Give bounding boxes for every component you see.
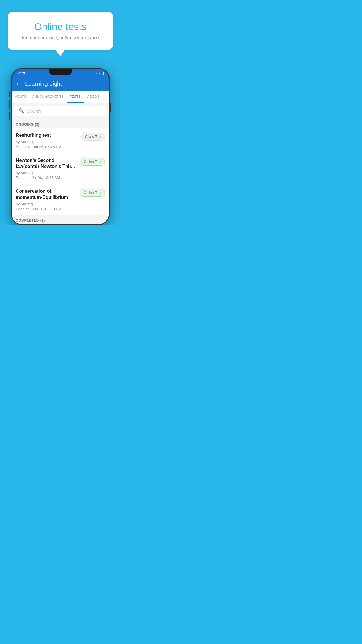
- test-item-info: Newton's Second law(contd)-Newton's Thir…: [16, 158, 77, 180]
- search-placeholder: Search: [27, 108, 41, 113]
- test-item-title: Newton's Second law(contd)-Newton's Thir…: [16, 158, 77, 170]
- search-container: 🔍 Search: [12, 103, 109, 119]
- status-icons: ▾ ▲ ▮: [95, 71, 104, 75]
- badge-class-test: Class Test: [81, 133, 105, 141]
- test-item[interactable]: Conservation of momentum-Equilibrium by …: [12, 184, 109, 215]
- date-label: Ends at: [16, 176, 29, 180]
- tabs-bar: MENTS ANNOUNCEMENTS TESTS VIDEOS: [12, 91, 109, 103]
- phone-mockup: 14:29 ▾ ▲ ▮ ← Learning Light MENTS ANNOU…: [11, 68, 110, 225]
- app-header: ← Learning Light: [12, 77, 109, 91]
- completed-section-header: COMPLETED (1): [12, 216, 109, 224]
- date-value: Jul 06, 10:45 AM: [32, 176, 60, 180]
- test-item[interactable]: Reshuffling test by Anurag Starts at Jul…: [12, 128, 109, 153]
- content-area: ONGOING (3) Reshuffling test by Anurag S…: [12, 119, 109, 224]
- promo-title: Online tests: [17, 21, 104, 32]
- test-item-title: Conservation of momentum-Equilibrium: [16, 188, 77, 201]
- bubble-arrow: [56, 50, 65, 56]
- date-value: Jul 05, 05:45 PM: [33, 145, 61, 149]
- search-icon: 🔍: [19, 108, 24, 114]
- test-item-info: Conservation of momentum-Equilibrium by …: [16, 188, 77, 211]
- test-item-by: by Anurag: [16, 202, 77, 206]
- test-item-by: by Anurag: [16, 140, 78, 144]
- promo-subtitle: for more practice, better performance: [17, 35, 104, 41]
- status-bar: 14:29 ▾ ▲ ▮: [12, 69, 109, 77]
- date-value: Jun 10, 06:00 PM: [32, 207, 61, 211]
- tab-tests[interactable]: TESTS: [67, 91, 84, 103]
- ongoing-section-header: ONGOING (3): [12, 119, 109, 128]
- status-time: 14:29: [16, 71, 25, 75]
- date-label: Ends at: [16, 207, 29, 211]
- search-bar[interactable]: 🔍 Search: [15, 106, 106, 116]
- wifi-icon: ▾: [95, 71, 97, 75]
- badge-online-test: Online Test: [80, 189, 105, 197]
- date-label: Starts at: [16, 145, 30, 149]
- tab-videos[interactable]: VIDEOS: [84, 91, 103, 103]
- volume-down-button: [9, 112, 10, 120]
- promo-section: Online tests for more practice, better p…: [8, 12, 113, 56]
- test-item-date: Ends at Jul 06, 10:45 AM: [16, 176, 77, 180]
- test-item-title: Reshuffling test: [16, 132, 78, 139]
- test-item-date: Starts at Jul 05, 05:45 PM: [16, 145, 78, 149]
- test-item-date: Ends at Jun 10, 06:00 PM: [16, 207, 77, 211]
- test-item-info: Reshuffling test by Anurag Starts at Jul…: [16, 132, 78, 149]
- speech-bubble: Online tests for more practice, better p…: [8, 12, 113, 50]
- tab-assignments[interactable]: MENTS: [12, 91, 29, 103]
- app-title: Learning Light: [25, 80, 62, 87]
- test-item[interactable]: Newton's Second law(contd)-Newton's Thir…: [12, 153, 109, 184]
- phone-frame: 14:29 ▾ ▲ ▮ ← Learning Light MENTS ANNOU…: [11, 68, 110, 225]
- battery-icon: ▮: [103, 71, 104, 75]
- volume-up-button: [9, 100, 10, 109]
- mute-button: [9, 91, 10, 97]
- badge-online-test: Online Test: [80, 158, 105, 166]
- power-button: [110, 103, 111, 112]
- notch: [49, 69, 72, 75]
- tab-announcements[interactable]: ANNOUNCEMENTS: [29, 91, 67, 103]
- signal-icon: ▲: [98, 71, 101, 75]
- test-item-by: by Anurag: [16, 171, 77, 175]
- back-button[interactable]: ←: [16, 80, 22, 87]
